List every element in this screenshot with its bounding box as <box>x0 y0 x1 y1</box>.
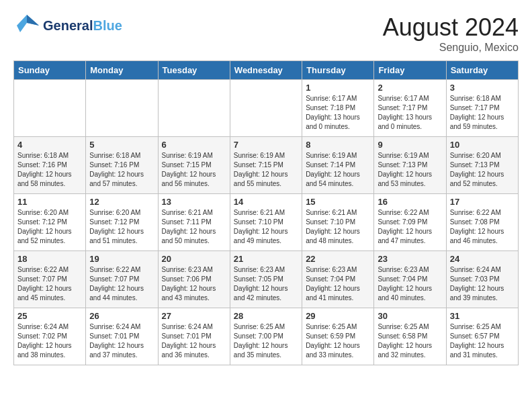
cell-sun-info: Sunrise: 6:17 AMSunset: 7:17 PMDaylight:… <box>378 94 442 132</box>
calendar-week-5: 25Sunrise: 6:24 AMSunset: 7:02 PMDayligh… <box>14 308 519 365</box>
calendar-week-3: 11Sunrise: 6:20 AMSunset: 7:12 PMDayligh… <box>14 194 519 251</box>
day-number: 6 <box>162 140 226 150</box>
calendar-cell: 2Sunrise: 6:17 AMSunset: 7:17 PMDaylight… <box>374 80 446 137</box>
calendar-cell: 15Sunrise: 6:21 AMSunset: 7:10 PMDayligh… <box>302 194 374 251</box>
day-number: 3 <box>450 83 515 93</box>
cell-sun-info: Sunrise: 6:19 AMSunset: 7:14 PMDaylight:… <box>306 151 370 189</box>
day-number: 25 <box>17 311 82 321</box>
cell-sun-info: Sunrise: 6:18 AMSunset: 7:16 PMDaylight:… <box>17 151 82 189</box>
logo-bird-icon <box>13 13 40 37</box>
cell-sun-info: Sunrise: 6:22 AMSunset: 7:09 PMDaylight:… <box>378 208 442 246</box>
calendar-week-4: 18Sunrise: 6:22 AMSunset: 7:07 PMDayligh… <box>14 251 519 308</box>
day-header-wednesday: Wednesday <box>230 61 302 80</box>
day-number: 13 <box>162 197 226 207</box>
calendar-cell: 16Sunrise: 6:22 AMSunset: 7:09 PMDayligh… <box>374 194 446 251</box>
day-number: 29 <box>306 311 370 321</box>
svg-marker-1 <box>27 15 39 26</box>
cell-sun-info: Sunrise: 6:24 AMSunset: 7:01 PMDaylight:… <box>162 322 226 360</box>
day-number: 27 <box>162 311 226 321</box>
day-number: 17 <box>450 197 515 207</box>
cell-sun-info: Sunrise: 6:21 AMSunset: 7:10 PMDaylight:… <box>234 208 298 246</box>
calendar-cell: 29Sunrise: 6:25 AMSunset: 6:59 PMDayligh… <box>302 308 374 365</box>
calendar-cell: 21Sunrise: 6:23 AMSunset: 7:05 PMDayligh… <box>230 251 302 308</box>
cell-sun-info: Sunrise: 6:22 AMSunset: 7:07 PMDaylight:… <box>89 265 154 303</box>
logo-blue: Blue <box>93 18 122 33</box>
cell-sun-info: Sunrise: 6:24 AMSunset: 7:02 PMDaylight:… <box>17 322 82 360</box>
calendar-header-row: SundayMondayTuesdayWednesdayThursdayFrid… <box>14 61 519 80</box>
day-number: 22 <box>306 254 370 264</box>
cell-sun-info: Sunrise: 6:25 AMSunset: 6:58 PMDaylight:… <box>378 322 442 360</box>
calendar-cell: 26Sunrise: 6:24 AMSunset: 7:01 PMDayligh… <box>86 308 158 365</box>
cell-sun-info: Sunrise: 6:19 AMSunset: 7:15 PMDaylight:… <box>162 151 226 189</box>
cell-sun-info: Sunrise: 6:19 AMSunset: 7:15 PMDaylight:… <box>234 151 298 189</box>
calendar-cell: 18Sunrise: 6:22 AMSunset: 7:07 PMDayligh… <box>14 251 86 308</box>
calendar-cell: 19Sunrise: 6:22 AMSunset: 7:07 PMDayligh… <box>86 251 158 308</box>
cell-sun-info: Sunrise: 6:23 AMSunset: 7:04 PMDaylight:… <box>306 265 370 303</box>
cell-sun-info: Sunrise: 6:20 AMSunset: 7:12 PMDaylight:… <box>17 208 82 246</box>
day-number: 24 <box>450 254 515 264</box>
calendar-cell: 3Sunrise: 6:18 AMSunset: 7:17 PMDaylight… <box>446 80 518 137</box>
cell-sun-info: Sunrise: 6:20 AMSunset: 7:12 PMDaylight:… <box>89 208 154 246</box>
calendar-cell: 30Sunrise: 6:25 AMSunset: 6:58 PMDayligh… <box>374 308 446 365</box>
calendar-cell: 12Sunrise: 6:20 AMSunset: 7:12 PMDayligh… <box>86 194 158 251</box>
cell-sun-info: Sunrise: 6:18 AMSunset: 7:16 PMDaylight:… <box>89 151 154 189</box>
day-header-tuesday: Tuesday <box>158 61 230 80</box>
calendar-cell: 20Sunrise: 6:23 AMSunset: 7:06 PMDayligh… <box>158 251 230 308</box>
day-header-thursday: Thursday <box>302 61 374 80</box>
calendar-cell: 10Sunrise: 6:20 AMSunset: 7:13 PMDayligh… <box>446 137 518 194</box>
cell-sun-info: Sunrise: 6:17 AMSunset: 7:18 PMDaylight:… <box>306 94 370 132</box>
day-number: 2 <box>378 83 442 93</box>
cell-sun-info: Sunrise: 6:25 AMSunset: 7:00 PMDaylight:… <box>234 322 298 360</box>
cell-sun-info: Sunrise: 6:25 AMSunset: 6:59 PMDaylight:… <box>306 322 370 360</box>
cell-sun-info: Sunrise: 6:24 AMSunset: 7:01 PMDaylight:… <box>89 322 154 360</box>
calendar-cell <box>158 80 230 137</box>
calendar-cell: 4Sunrise: 6:18 AMSunset: 7:16 PMDaylight… <box>14 137 86 194</box>
calendar-week-1: 1Sunrise: 6:17 AMSunset: 7:18 PMDaylight… <box>14 80 519 137</box>
day-number: 4 <box>17 140 82 150</box>
calendar-cell: 14Sunrise: 6:21 AMSunset: 7:10 PMDayligh… <box>230 194 302 251</box>
calendar-cell <box>86 80 158 137</box>
logo: GeneralBlue <box>13 13 122 37</box>
cell-sun-info: Sunrise: 6:24 AMSunset: 7:03 PMDaylight:… <box>450 265 515 303</box>
calendar-cell: 22Sunrise: 6:23 AMSunset: 7:04 PMDayligh… <box>302 251 374 308</box>
day-number: 11 <box>17 197 82 207</box>
day-header-monday: Monday <box>86 61 158 80</box>
day-number: 10 <box>450 140 515 150</box>
cell-sun-info: Sunrise: 6:23 AMSunset: 7:06 PMDaylight:… <box>162 265 226 303</box>
day-number: 15 <box>306 197 370 207</box>
day-number: 1 <box>306 83 370 93</box>
calendar-cell: 11Sunrise: 6:20 AMSunset: 7:12 PMDayligh… <box>14 194 86 251</box>
month-year: August 2024 <box>383 13 519 42</box>
day-number: 19 <box>89 254 154 264</box>
calendar-cell: 27Sunrise: 6:24 AMSunset: 7:01 PMDayligh… <box>158 308 230 365</box>
cell-sun-info: Sunrise: 6:23 AMSunset: 7:05 PMDaylight:… <box>234 265 298 303</box>
calendar-cell: 5Sunrise: 6:18 AMSunset: 7:16 PMDaylight… <box>86 137 158 194</box>
cell-sun-info: Sunrise: 6:22 AMSunset: 7:07 PMDaylight:… <box>17 265 82 303</box>
cell-sun-info: Sunrise: 6:18 AMSunset: 7:17 PMDaylight:… <box>450 94 515 132</box>
cell-sun-info: Sunrise: 6:25 AMSunset: 6:57 PMDaylight:… <box>450 322 515 360</box>
day-number: 18 <box>17 254 82 264</box>
cell-sun-info: Sunrise: 6:22 AMSunset: 7:08 PMDaylight:… <box>450 208 515 246</box>
calendar-cell: 31Sunrise: 6:25 AMSunset: 6:57 PMDayligh… <box>446 308 518 365</box>
cell-sun-info: Sunrise: 6:21 AMSunset: 7:11 PMDaylight:… <box>162 208 226 246</box>
cell-sun-info: Sunrise: 6:19 AMSunset: 7:13 PMDaylight:… <box>378 151 442 189</box>
day-number: 8 <box>306 140 370 150</box>
day-number: 28 <box>234 311 298 321</box>
logo-general: General <box>43 18 93 33</box>
day-number: 30 <box>378 311 442 321</box>
calendar-cell <box>230 80 302 137</box>
calendar-table: SundayMondayTuesdayWednesdayThursdayFrid… <box>13 60 519 365</box>
calendar-cell: 17Sunrise: 6:22 AMSunset: 7:08 PMDayligh… <box>446 194 518 251</box>
calendar-cell: 24Sunrise: 6:24 AMSunset: 7:03 PMDayligh… <box>446 251 518 308</box>
day-number: 7 <box>234 140 298 150</box>
calendar-cell: 8Sunrise: 6:19 AMSunset: 7:14 PMDaylight… <box>302 137 374 194</box>
cell-sun-info: Sunrise: 6:23 AMSunset: 7:04 PMDaylight:… <box>378 265 442 303</box>
day-number: 16 <box>378 197 442 207</box>
cell-sun-info: Sunrise: 6:21 AMSunset: 7:10 PMDaylight:… <box>306 208 370 246</box>
day-number: 9 <box>378 140 442 150</box>
day-number: 20 <box>162 254 226 264</box>
day-header-friday: Friday <box>374 61 446 80</box>
title-block: August 2024 Senguio, Mexico <box>383 13 519 54</box>
day-number: 26 <box>89 311 154 321</box>
calendar-cell: 7Sunrise: 6:19 AMSunset: 7:15 PMDaylight… <box>230 137 302 194</box>
